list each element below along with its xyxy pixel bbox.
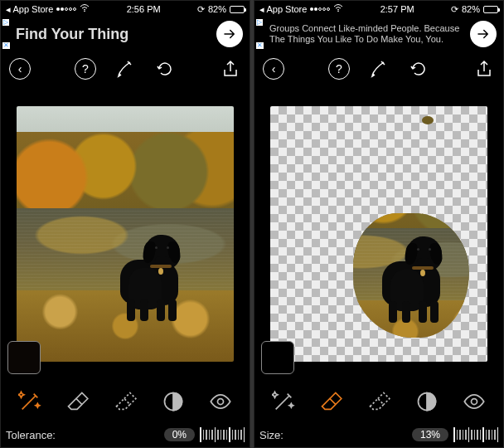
eraser-tool[interactable] [316, 387, 346, 416]
param-slider[interactable] [200, 426, 245, 443]
ad-text: Groups Connect Like-minded People. Becau… [269, 23, 470, 45]
svg-point-3 [338, 11, 340, 12]
cutout-region [353, 213, 469, 338]
param-value[interactable]: 13% [412, 428, 448, 441]
back-button[interactable]: ‹ [9, 58, 31, 80]
status-bar: ◂ App Store 2:56 PM ⟳ 82% [1, 1, 250, 17]
rotation-lock-icon: ⟳ [197, 4, 205, 15]
signal-icon [310, 7, 330, 11]
phone-right: ◂ App Store 2:57 PM ⟳ 82% ▷ ✕ Groups Con… [254, 0, 504, 448]
back-to-app[interactable]: ◂ App Store [6, 4, 53, 15]
photo-cutout [270, 106, 487, 362]
wifi-icon [80, 4, 90, 14]
battery-icon [230, 6, 245, 13]
mask-tool[interactable] [158, 387, 188, 416]
svg-point-5 [472, 399, 477, 405]
wifi-icon [333, 4, 343, 14]
param-bar: Size: 13% [254, 422, 503, 447]
canvas-area[interactable] [254, 87, 503, 381]
undo-button[interactable] [154, 58, 176, 80]
adchoices-icon[interactable]: ▷ [2, 19, 9, 26]
ad-banner[interactable]: ▷ ✕ Groups Connect Like-minded People. B… [254, 17, 503, 51]
brush-settings-button[interactable] [368, 58, 390, 80]
param-value[interactable]: 0% [164, 428, 195, 441]
restore-tool[interactable] [364, 387, 394, 416]
param-slider[interactable] [453, 426, 498, 443]
tool-row [254, 381, 503, 422]
ad-text: Find Your Thing [16, 26, 128, 43]
ad-close-icon[interactable]: ✕ [256, 42, 264, 49]
signal-icon [56, 7, 76, 11]
share-button[interactable] [473, 58, 495, 80]
status-bar: ◂ App Store 2:57 PM ⟳ 82% [254, 1, 503, 17]
canvas-area[interactable] [1, 87, 250, 381]
svg-point-0 [85, 11, 86, 12]
dog-subject [112, 226, 195, 326]
brush-settings-button[interactable] [114, 58, 136, 80]
top-toolbar: ‹ ? [1, 51, 250, 87]
preview-tool[interactable] [206, 387, 235, 416]
clock: 2:56 PM [127, 4, 161, 14]
photo-original [17, 106, 234, 362]
ad-banner[interactable]: ▷ ✕ Find Your Thing [1, 17, 250, 51]
param-label: Tolerance: [6, 429, 56, 441]
color-swatch[interactable] [7, 341, 41, 374]
ad-cta-button[interactable] [216, 21, 243, 47]
color-swatch[interactable] [261, 341, 294, 374]
phone-left: ◂ App Store 2:56 PM ⟳ 82% ▷ ✕ Find Your … [0, 0, 250, 448]
param-label: Size: [259, 429, 284, 441]
tool-row [1, 381, 250, 422]
arrow-right-icon [222, 27, 237, 41]
help-button[interactable]: ? [328, 58, 350, 80]
adchoices-icon[interactable]: ▷ [256, 19, 263, 26]
help-button[interactable]: ? [75, 58, 96, 80]
battery-pct: 82% [462, 4, 480, 14]
mask-tool[interactable] [412, 387, 442, 416]
param-bar: Tolerance: 0% [1, 422, 250, 447]
share-button[interactable] [220, 58, 241, 80]
svg-point-2 [218, 399, 224, 405]
arrow-right-icon [476, 27, 491, 41]
back-button[interactable]: ‹ [263, 58, 284, 80]
rotation-lock-icon: ⟳ [451, 4, 458, 15]
battery-icon [483, 6, 498, 13]
top-toolbar: ‹ ? [254, 51, 503, 87]
preview-tool[interactable] [459, 387, 489, 416]
restore-tool[interactable] [110, 387, 140, 416]
ad-close-icon[interactable]: ✕ [2, 42, 10, 49]
magic-wand-tool[interactable] [15, 387, 45, 416]
magic-wand-tool[interactable] [269, 387, 298, 416]
ad-cta-button[interactable] [470, 21, 497, 47]
undo-button[interactable] [408, 58, 429, 80]
clock: 2:57 PM [380, 4, 414, 14]
battery-pct: 82% [208, 4, 226, 14]
back-to-app[interactable]: ◂ App Store [259, 4, 307, 15]
eraser-tool[interactable] [62, 387, 92, 416]
